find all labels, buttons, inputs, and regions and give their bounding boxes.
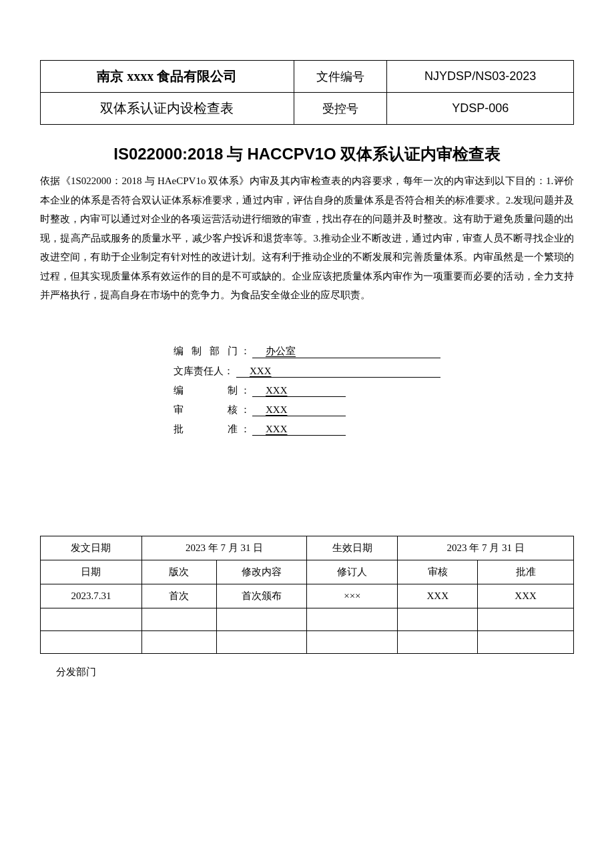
rev-cell: 2023.7.31 (41, 584, 142, 608)
rev-cell: ××× (307, 584, 398, 608)
document-header-table: 南京 xxxx 食品有限公司 文件编号 NJYDSP/NS03-2023 双体系… (40, 60, 574, 125)
approve-value: XXX (252, 424, 346, 436)
rev-cell (41, 608, 142, 630)
rev-cell: XXX (398, 584, 478, 608)
owner-value: XXX (236, 366, 440, 378)
rev-cell (216, 630, 307, 653)
title-haccp: HACCPV1O (247, 145, 336, 163)
rev-cell: XXX (478, 584, 574, 608)
effective-date-value: 2023 年 7 月 31 日 (398, 536, 574, 560)
rev-cell (141, 608, 216, 630)
table-row (41, 630, 574, 653)
issue-date-value: 2023 年 7 月 31 日 (141, 536, 307, 560)
effective-date-label: 生效日期 (307, 536, 398, 560)
rev-header: 修改内容 (216, 560, 307, 584)
doc-number-value: NJYDSP/NS03-2023 (387, 61, 574, 93)
edit-label: 编 制 (174, 384, 240, 397)
rev-header: 版次 (141, 560, 216, 584)
company-name: 南京 xxxx 食品有限公司 (41, 61, 294, 93)
signature-block: 编制部门： 办公室 文库责任人： XXX 编 制： XXX 审 核： XXX 批… (174, 345, 440, 436)
controlled-number-value: YDSP-006 (387, 93, 574, 125)
owner-label: 文库责任人： (174, 365, 234, 378)
controlled-number-label: 受控号 (294, 93, 387, 125)
title-join: 与 (223, 145, 247, 163)
edit-value: XXX (252, 385, 346, 397)
doc-subtitle: 双体系认证内设检查表 (41, 93, 294, 125)
doc-number-label: 文件编号 (294, 61, 387, 93)
dept-label: 编制部门 (174, 345, 240, 358)
rev-header: 日期 (41, 560, 142, 584)
title-rest: 双体系认证内审检查表 (336, 145, 501, 163)
table-row: 2023.7.31 首次 首次颁布 ××× XXX XXX (41, 584, 574, 608)
distribution-label: 分发部门 (56, 666, 574, 679)
issue-date-label: 发文日期 (41, 536, 142, 560)
rev-cell (398, 608, 478, 630)
review-label: 审 核 (174, 404, 240, 416)
document-title: IS022000:2018 与 HACCPV1O 双体系认证内审检查表 (40, 143, 574, 165)
title-iso: IS022000:2018 (113, 145, 223, 163)
rev-header: 修订人 (307, 560, 398, 584)
revision-table: 日期 版次 修改内容 修订人 审核 批准 2023.7.31 首次 首次颁布 ×… (40, 560, 574, 654)
rev-cell (478, 608, 574, 630)
rev-cell (41, 630, 142, 653)
intro-paragraph: 依据《1S022000：2018 与 HAeCPV1o 双体系》内审及其内审检查… (40, 171, 574, 305)
rev-cell (307, 608, 398, 630)
dept-value: 办公室 (252, 345, 440, 358)
rev-header: 批准 (478, 560, 574, 584)
rev-cell (141, 630, 216, 653)
rev-cell: 首次颁布 (216, 584, 307, 608)
review-value: XXX (252, 404, 346, 416)
rev-cell (398, 630, 478, 653)
table-row (41, 608, 574, 630)
rev-cell (216, 608, 307, 630)
approve-label: 批 准 (174, 423, 240, 436)
rev-cell: 首次 (141, 584, 216, 608)
dates-table: 发文日期 2023 年 7 月 31 日 生效日期 2023 年 7 月 31 … (40, 536, 574, 560)
rev-header: 审核 (398, 560, 478, 584)
rev-cell (307, 630, 398, 653)
rev-cell (478, 630, 574, 653)
revision-header-row: 日期 版次 修改内容 修订人 审核 批准 (41, 560, 574, 584)
